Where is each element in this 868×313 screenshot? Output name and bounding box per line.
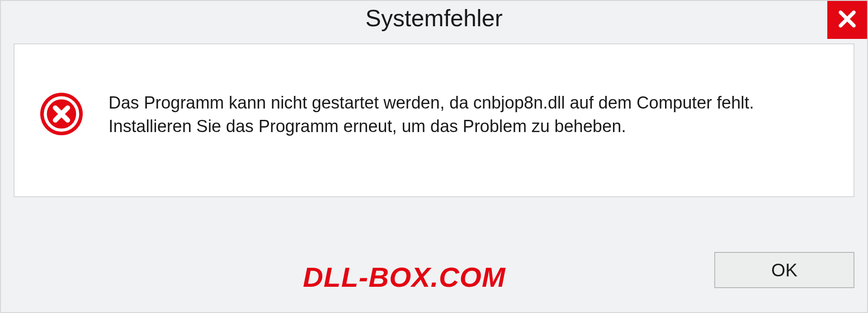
dialog-title: Systemfehler: [365, 5, 502, 32]
error-dialog: Systemfehler Das Programm kann nicht ges…: [0, 0, 868, 313]
error-icon: [39, 92, 84, 138]
close-icon: [837, 9, 857, 31]
dialog-footer: DLL-BOX.COM OK: [14, 250, 854, 304]
ok-button-label: OK: [771, 260, 797, 280]
titlebar: Systemfehler: [1, 1, 867, 43]
content-panel: Das Programm kann nicht gestartet werden…: [14, 43, 854, 197]
error-message: Das Programm kann nicht gestartet werden…: [108, 91, 822, 138]
ok-button[interactable]: OK: [714, 252, 854, 288]
close-button[interactable]: [827, 1, 867, 39]
watermark-text: DLL-BOX.COM: [303, 261, 505, 293]
